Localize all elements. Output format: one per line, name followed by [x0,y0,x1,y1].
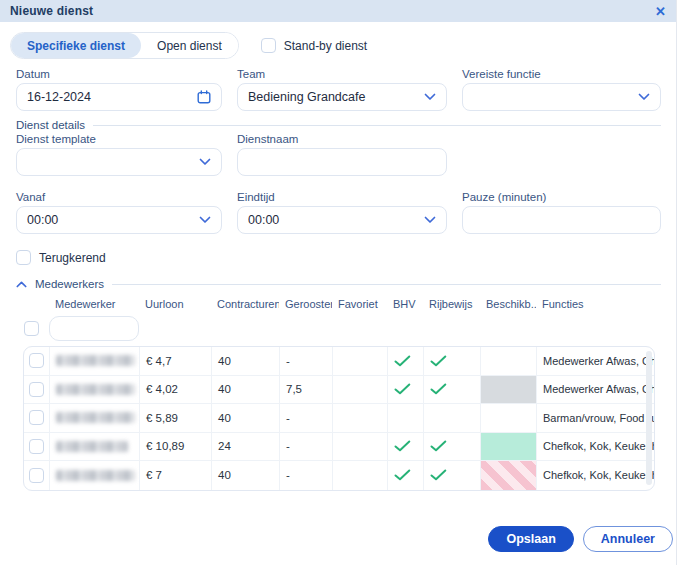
cell-bhv [388,461,424,490]
form-row-3: Vanaf 00:00 Eindtijd 00:00 Pau [16,191,661,234]
col-header-rijbewijs: Rijbewijs [423,298,480,310]
toggle-specifieke-dienst[interactable]: Specifieke dienst [11,33,141,58]
terugkerend-label: Terugkerend [39,251,106,265]
table-row[interactable]: € 5,8940-Barman/vrouw, Food runn... [24,404,654,433]
medewerkers-section-label: Medewerkers [35,278,104,290]
select-all-checkbox[interactable] [24,321,39,336]
close-icon[interactable]: ✕ [655,5,666,18]
pauze-field: Pauze (minuten) [462,191,661,234]
col-header-medewerker: Medewerker [49,298,139,310]
form-row-1: Datum 16-12-2024 Team Bediening Grandcaf… [16,68,661,111]
cell-uurloon: € 10,89 [140,433,212,461]
check-icon [394,355,411,367]
standby-checkbox[interactable] [261,38,276,53]
employee-name-redacted [56,412,135,423]
datum-field: Datum 16-12-2024 [16,68,222,111]
save-button[interactable]: Opslaan [488,526,573,552]
table-scrollbar-thumb[interactable] [646,351,652,485]
vanaf-field: Vanaf 00:00 [16,191,222,234]
cell-functies: Barman/vrouw, Food runn... [537,404,654,432]
col-header-favoriet: Favoriet [332,298,387,310]
cancel-button[interactable]: Annuleer [583,526,673,552]
vereiste-functie-field: Vereiste functie [462,68,661,111]
table-row[interactable]: € 4,740-Medewerker Afwas, Chef... [24,347,654,376]
dienst-template-select[interactable] [16,148,222,176]
dienstnaam-input[interactable] [237,148,447,176]
row-checkbox[interactable] [29,410,44,425]
row-checkbox[interactable] [29,439,44,454]
cell-rijbewijs [424,404,481,432]
cell-bhv [388,376,424,404]
chevron-up-icon[interactable] [16,281,27,288]
team-label: Team [237,68,447,80]
terugkerend-checkbox-row: Terugkerend [16,250,661,265]
cell-beschikbaarheid [481,461,537,490]
table-row[interactable]: € 4,02407,5Medewerker Afwas, Chef... [24,376,654,405]
check-icon [430,440,447,452]
check-icon [430,383,447,395]
cell-beschikbaarheid [481,376,537,404]
cell-functies: Medewerker Afwas, Chef... [537,347,654,375]
check-icon [394,469,411,481]
cell-contracturen: 40 [212,404,280,432]
row-checkbox[interactable] [29,382,44,397]
team-select[interactable]: Bediening Grandcafe [237,83,447,111]
modal-content: Specifieke dienst Open dienst Stand-by d… [0,22,676,565]
medewerkers-section-header: Medewerkers [16,278,661,290]
table-body-card: € 4,740-Medewerker Afwas, Chef...€ 4,024… [23,346,655,491]
table-row[interactable]: € 740-Chefkok, Kok, Keukenhul... [24,461,654,490]
table-row[interactable]: € 10,8924-Chefkok, Kok, Keukenhul... [24,433,654,462]
check-icon [430,355,447,367]
cell-bhv [388,433,424,461]
toggle-open-dienst[interactable]: Open dienst [141,33,238,58]
terugkerend-checkbox[interactable] [16,250,31,265]
cell-favoriet [333,433,388,461]
col-header-beschikbaarheid: Beschikb... [480,298,536,310]
dienst-template-field: Dienst template [16,133,222,176]
cell-contracturen: 40 [212,461,280,490]
vanaf-select[interactable]: 00:00 [16,206,222,234]
pauze-input[interactable] [462,206,661,234]
cell-geroosterd: - [280,404,333,432]
row-checkbox[interactable] [29,353,44,368]
cell-favoriet [333,461,388,490]
table-filter-row [23,315,655,342]
cell-rijbewijs [424,376,481,404]
new-shift-modal: Nieuwe dienst ✕ Specifieke dienst Open d… [0,0,688,565]
cell-beschikbaarheid [481,347,537,375]
vereiste-functie-label: Vereiste functie [462,68,661,80]
cell-rijbewijs [424,461,481,490]
eindtijd-label: Eindtijd [237,191,447,203]
dienst-template-label: Dienst template [16,133,222,145]
cell-rijbewijs [424,347,481,375]
medewerker-filter-input[interactable] [49,316,139,341]
check-icon [394,440,411,452]
check-icon [430,469,447,481]
calendar-icon[interactable] [197,90,211,104]
cell-favoriet [333,347,388,375]
standby-label: Stand-by dienst [284,39,367,53]
cell-geroosterd: - [280,433,333,461]
cell-beschikbaarheid [481,404,537,432]
vereiste-functie-select[interactable] [462,83,661,111]
cell-contracturen: 24 [212,433,280,461]
cell-functies: Medewerker Afwas, Chef... [537,376,654,404]
table-header-row: Medewerker Uurloon Contracturen Gerooste… [23,298,655,310]
cell-beschikbaarheid [481,433,537,461]
modal-footer: Opslaan Annuleer [488,526,673,552]
cell-favoriet [333,376,388,404]
col-header-bhv: BHV [387,298,423,310]
datum-input[interactable]: 16-12-2024 [16,83,222,111]
check-icon [394,383,411,395]
modal-scrollbar-track [676,0,688,565]
cell-uurloon: € 5,89 [140,404,212,432]
datum-label: Datum [16,68,222,80]
vanaf-label: Vanaf [16,191,222,203]
team-field: Team Bediening Grandcafe [237,68,447,111]
cell-favoriet [333,404,388,432]
employee-name-redacted [56,384,135,395]
row-checkbox[interactable] [29,468,44,483]
eindtijd-select[interactable]: 00:00 [237,206,447,234]
cell-uurloon: € 4,02 [140,376,212,404]
modal-title: Nieuwe dienst [10,4,93,18]
